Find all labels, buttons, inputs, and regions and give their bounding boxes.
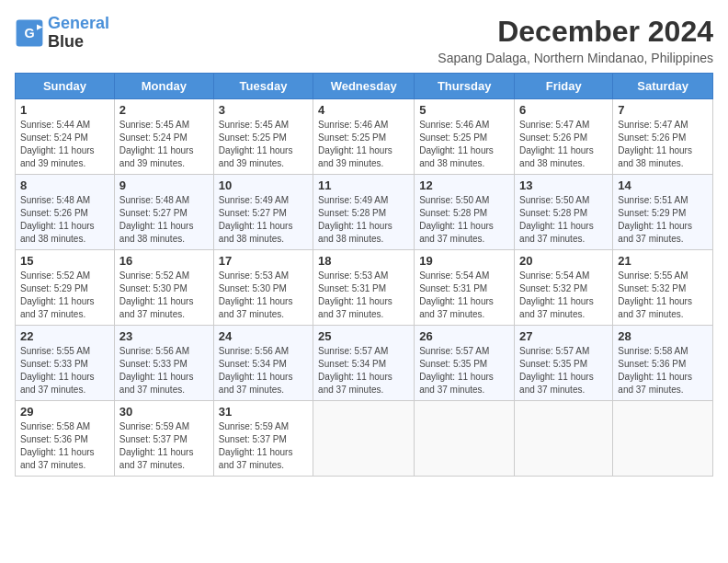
day-header-friday: Friday [515, 74, 613, 99]
day-info: Sunrise: 5:52 AM Sunset: 5:30 PM Dayligh… [119, 270, 209, 321]
calendar-cell [515, 401, 613, 477]
day-info: Sunrise: 5:54 AM Sunset: 5:32 PM Dayligh… [519, 270, 608, 321]
day-header-thursday: Thursday [415, 74, 515, 99]
calendar-cell: 6Sunrise: 5:47 AM Sunset: 5:26 PM Daylig… [515, 99, 613, 175]
calendar-cell: 7Sunrise: 5:47 AM Sunset: 5:26 PM Daylig… [613, 99, 713, 175]
calendar-cell [415, 401, 515, 477]
day-info: Sunrise: 5:57 AM Sunset: 5:35 PM Dayligh… [519, 345, 608, 396]
day-info: Sunrise: 5:53 AM Sunset: 5:30 PM Dayligh… [219, 270, 308, 321]
day-info: Sunrise: 5:50 AM Sunset: 5:28 PM Dayligh… [419, 194, 509, 246]
day-info: Sunrise: 5:44 AM Sunset: 5:24 PM Dayligh… [20, 119, 109, 170]
day-info: Sunrise: 5:50 AM Sunset: 5:28 PM Dayligh… [519, 194, 608, 246]
calendar-cell: 19Sunrise: 5:54 AM Sunset: 5:31 PM Dayli… [415, 250, 515, 326]
day-header-saturday: Saturday [613, 74, 713, 99]
calendar-cell: 16Sunrise: 5:52 AM Sunset: 5:30 PM Dayli… [114, 250, 213, 326]
calendar-cell: 3Sunrise: 5:45 AM Sunset: 5:25 PM Daylig… [213, 99, 313, 175]
day-info: Sunrise: 5:47 AM Sunset: 5:26 PM Dayligh… [618, 119, 708, 170]
day-number: 24 [219, 329, 308, 343]
calendar-cell: 10Sunrise: 5:49 AM Sunset: 5:27 PM Dayli… [213, 175, 313, 250]
day-number: 7 [618, 103, 708, 117]
day-number: 27 [519, 329, 608, 343]
day-info: Sunrise: 5:57 AM Sunset: 5:35 PM Dayligh… [419, 345, 509, 396]
calendar-cell: 28Sunrise: 5:58 AM Sunset: 5:36 PM Dayli… [613, 326, 713, 401]
calendar-cell: 24Sunrise: 5:56 AM Sunset: 5:34 PM Dayli… [213, 326, 313, 401]
day-info: Sunrise: 5:47 AM Sunset: 5:26 PM Dayligh… [519, 119, 608, 170]
title-section: December 2024 Sapang Dalaga, Northern Mi… [438, 15, 713, 65]
day-number: 18 [318, 254, 409, 268]
day-header-wednesday: Wednesday [313, 74, 415, 99]
day-info: Sunrise: 5:58 AM Sunset: 5:36 PM Dayligh… [618, 345, 708, 396]
calendar-cell: 17Sunrise: 5:53 AM Sunset: 5:30 PM Dayli… [213, 250, 313, 326]
calendar-cell: 11Sunrise: 5:49 AM Sunset: 5:28 PM Dayli… [313, 175, 415, 250]
day-number: 6 [519, 103, 608, 117]
day-number: 8 [20, 178, 109, 192]
day-number: 14 [618, 178, 708, 192]
day-info: Sunrise: 5:56 AM Sunset: 5:33 PM Dayligh… [119, 345, 209, 396]
day-info: Sunrise: 5:46 AM Sunset: 5:25 PM Dayligh… [419, 119, 509, 170]
day-number: 17 [219, 254, 308, 268]
day-number: 15 [20, 254, 109, 268]
calendar-cell: 29Sunrise: 5:58 AM Sunset: 5:36 PM Dayli… [16, 401, 115, 477]
day-info: Sunrise: 5:55 AM Sunset: 5:32 PM Dayligh… [618, 270, 708, 321]
day-number: 22 [20, 329, 109, 343]
day-number: 4 [318, 103, 409, 117]
month-title: December 2024 [438, 15, 713, 49]
logo: G GeneralBlue [15, 15, 109, 52]
calendar-cell [313, 401, 415, 477]
day-number: 13 [519, 178, 608, 192]
calendar-cell: 8Sunrise: 5:48 AM Sunset: 5:26 PM Daylig… [16, 175, 115, 250]
svg-text:G: G [24, 26, 34, 40]
day-info: Sunrise: 5:49 AM Sunset: 5:27 PM Dayligh… [219, 194, 308, 246]
calendar-week-1: 1Sunrise: 5:44 AM Sunset: 5:24 PM Daylig… [16, 99, 713, 175]
day-info: Sunrise: 5:48 AM Sunset: 5:26 PM Dayligh… [20, 194, 109, 246]
logo-icon: G [15, 18, 44, 48]
calendar-cell: 14Sunrise: 5:51 AM Sunset: 5:29 PM Dayli… [613, 175, 713, 250]
day-number: 11 [318, 178, 409, 192]
calendar-cell [613, 401, 713, 477]
calendar-cell: 27Sunrise: 5:57 AM Sunset: 5:35 PM Dayli… [515, 326, 613, 401]
calendar-cell: 21Sunrise: 5:55 AM Sunset: 5:32 PM Dayli… [613, 250, 713, 326]
day-number: 5 [419, 103, 509, 117]
calendar-cell: 2Sunrise: 5:45 AM Sunset: 5:24 PM Daylig… [114, 99, 213, 175]
day-info: Sunrise: 5:53 AM Sunset: 5:31 PM Dayligh… [318, 270, 409, 321]
day-header-tuesday: Tuesday [213, 74, 313, 99]
day-number: 28 [618, 329, 708, 343]
day-number: 9 [119, 178, 209, 192]
day-number: 21 [618, 254, 708, 268]
day-info: Sunrise: 5:49 AM Sunset: 5:28 PM Dayligh… [318, 194, 409, 246]
day-number: 1 [20, 103, 109, 117]
calendar-week-5: 29Sunrise: 5:58 AM Sunset: 5:36 PM Dayli… [16, 401, 713, 477]
day-number: 25 [318, 329, 409, 343]
calendar-cell: 15Sunrise: 5:52 AM Sunset: 5:29 PM Dayli… [16, 250, 115, 326]
day-info: Sunrise: 5:58 AM Sunset: 5:36 PM Dayligh… [20, 420, 109, 472]
day-number: 20 [519, 254, 608, 268]
day-info: Sunrise: 5:57 AM Sunset: 5:34 PM Dayligh… [318, 345, 409, 396]
day-number: 19 [419, 254, 509, 268]
day-info: Sunrise: 5:55 AM Sunset: 5:33 PM Dayligh… [20, 345, 109, 396]
day-number: 31 [219, 405, 308, 419]
day-info: Sunrise: 5:54 AM Sunset: 5:31 PM Dayligh… [419, 270, 509, 321]
calendar-week-4: 22Sunrise: 5:55 AM Sunset: 5:33 PM Dayli… [16, 326, 713, 401]
day-info: Sunrise: 5:59 AM Sunset: 5:37 PM Dayligh… [119, 420, 209, 472]
location: Sapang Dalaga, Northern Mindanao, Philip… [438, 51, 713, 65]
calendar-cell: 20Sunrise: 5:54 AM Sunset: 5:32 PM Dayli… [515, 250, 613, 326]
calendar-cell: 9Sunrise: 5:48 AM Sunset: 5:27 PM Daylig… [114, 175, 213, 250]
calendar-cell: 25Sunrise: 5:57 AM Sunset: 5:34 PM Dayli… [313, 326, 415, 401]
calendar-cell: 26Sunrise: 5:57 AM Sunset: 5:35 PM Dayli… [415, 326, 515, 401]
day-info: Sunrise: 5:45 AM Sunset: 5:24 PM Dayligh… [119, 119, 209, 170]
day-number: 29 [20, 405, 109, 419]
day-info: Sunrise: 5:48 AM Sunset: 5:27 PM Dayligh… [119, 194, 209, 246]
calendar-week-2: 8Sunrise: 5:48 AM Sunset: 5:26 PM Daylig… [16, 175, 713, 250]
calendar-table: SundayMondayTuesdayWednesdayThursdayFrid… [15, 73, 713, 477]
calendar-cell: 30Sunrise: 5:59 AM Sunset: 5:37 PM Dayli… [114, 401, 213, 477]
day-number: 26 [419, 329, 509, 343]
day-header-sunday: Sunday [16, 74, 115, 99]
calendar-cell: 13Sunrise: 5:50 AM Sunset: 5:28 PM Dayli… [515, 175, 613, 250]
calendar-cell: 4Sunrise: 5:46 AM Sunset: 5:25 PM Daylig… [313, 99, 415, 175]
day-number: 23 [119, 329, 209, 343]
logo-text: GeneralBlue [48, 15, 109, 52]
day-info: Sunrise: 5:59 AM Sunset: 5:37 PM Dayligh… [219, 420, 308, 472]
day-number: 30 [119, 405, 209, 419]
calendar-cell: 22Sunrise: 5:55 AM Sunset: 5:33 PM Dayli… [16, 326, 115, 401]
calendar-cell: 31Sunrise: 5:59 AM Sunset: 5:37 PM Dayli… [213, 401, 313, 477]
